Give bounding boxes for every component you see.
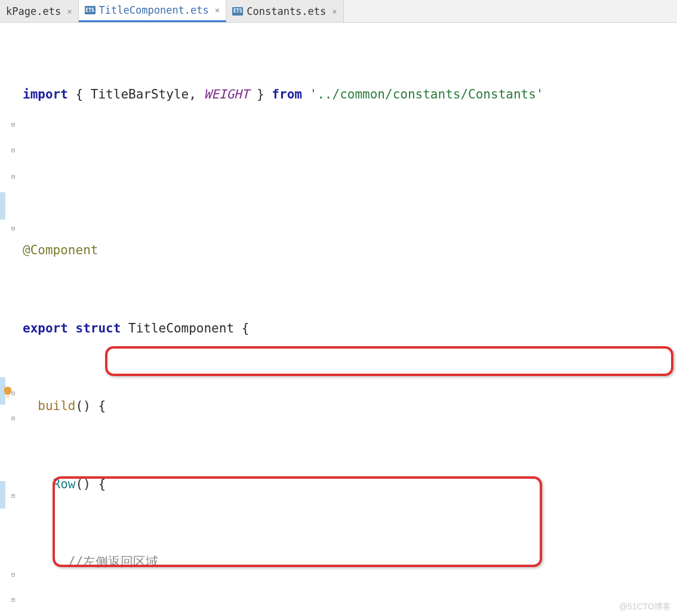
code-line[interactable]: build() { [20, 393, 677, 420]
code-editor[interactable]: import { TitleBarStyle, WEIGHT } from '.… [18, 23, 677, 616]
close-icon[interactable]: × [332, 7, 337, 16]
code-line[interactable]: @Component [20, 238, 677, 264]
ets-file-icon: ETS [232, 7, 243, 16]
code-line[interactable]: import { TitleBarStyle, WEIGHT } from '.… [20, 82, 677, 108]
tab-label: kPage.ets [6, 5, 61, 17]
tab-label: TitleComponent.ets [99, 4, 209, 16]
fold-icon[interactable]: ⊟ [10, 492, 17, 499]
fold-icon[interactable]: ⊟ [10, 146, 17, 153]
close-icon[interactable]: × [67, 7, 72, 16]
editor-tabs: kPage.ets × ETS TitleComponent.ets × ETS… [0, 0, 677, 23]
code-line[interactable]: export struct TitleComponent { [20, 316, 677, 342]
ets-file-icon: ETS [85, 6, 96, 14]
fold-icon[interactable]: ⊟ [10, 596, 17, 603]
fold-icon[interactable]: ⊟ [10, 121, 17, 128]
change-marker [0, 481, 5, 509]
close-icon[interactable]: × [215, 5, 220, 15]
tab-titlecomponent[interactable]: ETS TitleComponent.ets × [79, 0, 227, 22]
highlight-box [105, 346, 673, 376]
tab-constants[interactable]: ETS Constants.ets × [226, 0, 344, 22]
code-line[interactable]: Row() { [20, 472, 677, 498]
change-marker [0, 192, 5, 220]
tab-label: Constants.ets [247, 5, 326, 17]
editor-area: ⊟ ⊟ ⊟ ⊟ ⊟ ⊟ ⊟ ⊟ ⊟ import { TitleBarStyle… [0, 23, 677, 616]
code-line[interactable] [20, 160, 677, 186]
code-line[interactable]: //左侧返回区域 [20, 549, 677, 575]
fold-icon[interactable]: ⊟ [10, 224, 17, 232]
tab-kpage[interactable]: kPage.ets × [0, 0, 79, 22]
gutter: ⊟ ⊟ ⊟ ⊟ ⊟ ⊟ ⊟ ⊟ ⊟ [0, 23, 18, 616]
fold-icon[interactable]: ⊟ [10, 571, 17, 578]
fold-icon[interactable]: ⊟ [10, 173, 17, 180]
fold-icon[interactable]: ⊟ [10, 414, 17, 421]
intention-bulb-icon[interactable] [1, 386, 14, 399]
watermark: @51CTO博客 [619, 602, 671, 612]
